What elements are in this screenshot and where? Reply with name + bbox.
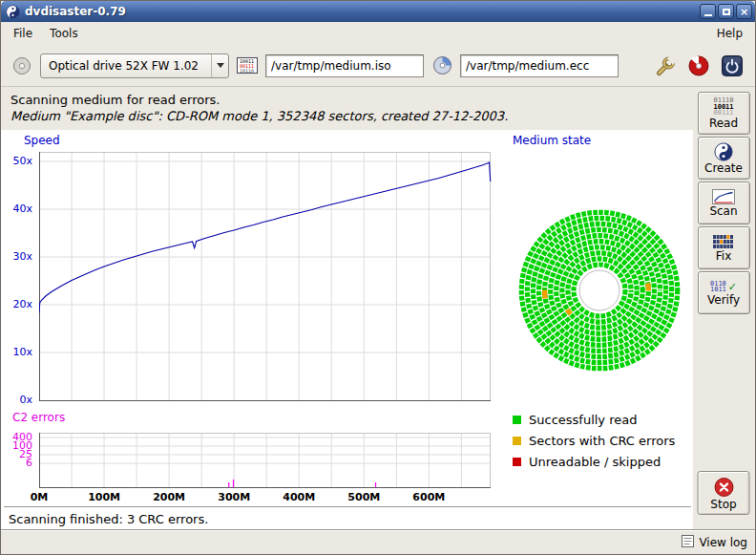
speed-y-tick: 0x (19, 395, 32, 406)
legend-label: Sectors with CRC errors (529, 434, 675, 448)
legend-item: Successfully read (513, 409, 675, 430)
speed-y-tick: 10x (12, 347, 32, 358)
speed-chart (39, 152, 492, 402)
dvdisaster-logo-button[interactable] (685, 53, 712, 79)
legend: Successfully readSectors with CRC errors… (513, 409, 675, 472)
legend-item: Sectors with CRC errors (513, 430, 675, 451)
view-log-label: View log (699, 536, 747, 549)
status-message-area: Scanning medium for read errors. Medium … (1, 87, 694, 130)
fix-icon (713, 235, 734, 249)
ecc-path-input[interactable] (460, 54, 619, 77)
x-tick: 500M (347, 491, 380, 503)
fix-button[interactable]: Fix (698, 226, 750, 269)
maximize-button[interactable] (718, 4, 734, 19)
x-tick: 300M (218, 491, 250, 503)
x-tick: 100M (88, 491, 120, 503)
speed-y-tick: 40x (12, 203, 32, 215)
app-icon (6, 5, 20, 19)
c2-errors-chart (39, 433, 492, 489)
verify-icon: 01101011✓ (710, 281, 737, 293)
fix-label: Fix (716, 250, 731, 262)
legend-swatch (513, 416, 521, 424)
svg-text:10110: 10110 (240, 68, 254, 74)
power-icon (721, 54, 744, 77)
minimize-icon (704, 14, 712, 16)
legend-label: Successfully read (529, 413, 637, 427)
medium-state-disc (515, 206, 683, 374)
statusbar: View log (1, 529, 755, 554)
minimize-button[interactable] (700, 4, 716, 19)
x-tick: 400M (283, 491, 315, 503)
verify-button[interactable]: 01101011✓Verify (698, 271, 750, 314)
scan-icon (712, 189, 735, 204)
c2-y-axis: 400100256 (1, 433, 35, 489)
x-axis: 0M100M200M300M400M500M600M (39, 491, 492, 504)
menu-tools[interactable]: Tools (41, 23, 87, 44)
legend-item: Unreadable / skipped (513, 451, 675, 472)
read-icon: 011101001100111 (713, 97, 733, 117)
c2-chart-title: C2 errors (12, 411, 65, 424)
stop-button[interactable]: Stop (698, 471, 750, 515)
create-icon (714, 142, 733, 161)
speed-y-tick: 50x (12, 156, 32, 167)
iso-file-icon: 10011 00111 10110 (236, 54, 259, 77)
scan-label: Scan (709, 205, 737, 217)
close-button[interactable]: × (736, 4, 752, 19)
x-tick: 0M (31, 491, 49, 503)
toolbar: Optical drive 52X FW 1.02 10011 00111 10… (1, 45, 755, 87)
status-line2: Medium "Example disc": CD-ROM mode 1, 35… (10, 108, 684, 124)
chart-panel: Speed Medium state C2 errors 50x40x30x20… (1, 130, 694, 529)
view-log-button[interactable]: View log (682, 535, 747, 550)
red-disc-icon (687, 54, 710, 77)
read-label: Read (709, 117, 738, 129)
chevron-down-icon (211, 54, 228, 77)
drive-icon (10, 54, 33, 77)
action-sidebar: 011101001100111ReadCreateScanFix01101011… (693, 87, 754, 529)
menu-help[interactable]: Help (708, 23, 751, 44)
create-label: Create (704, 162, 743, 174)
maximize-icon (723, 9, 730, 15)
verify-label: Verify (707, 294, 740, 306)
separator (4, 506, 691, 508)
titlebar[interactable]: dvdisaster-0.79 × (1, 1, 755, 22)
medium-state-title: Medium state (513, 134, 591, 147)
drive-select[interactable]: Optical drive 52X FW 1.02 (40, 53, 229, 78)
c2-y-tick: 6 (26, 458, 32, 469)
quit-button[interactable] (719, 53, 746, 79)
log-icon (682, 535, 694, 550)
window-title: dvdisaster-0.79 (25, 5, 695, 18)
stop-label: Stop (710, 499, 736, 510)
speed-chart-title: Speed (24, 134, 60, 147)
x-tick: 600M (412, 491, 445, 503)
speed-y-tick: 20x (12, 299, 32, 310)
stop-icon (713, 477, 734, 498)
create-button[interactable]: Create (698, 137, 750, 180)
wrench-icon (655, 55, 676, 76)
preferences-button[interactable] (652, 53, 679, 79)
drive-select-value: Optical drive 52X FW 1.02 (49, 59, 211, 73)
iso-path-input[interactable] (265, 54, 424, 77)
speed-y-axis: 50x40x30x20x10x0x (1, 152, 35, 402)
read-button[interactable]: 011101001100111Read (698, 92, 750, 135)
app-window: dvdisaster-0.79 × File Tools Help Optica… (0, 0, 756, 555)
legend-swatch (513, 437, 521, 445)
x-tick: 200M (153, 491, 185, 503)
scan-result-text: Scanning finished: 3 CRC errors. (9, 512, 208, 526)
content-panel: Scanning medium for read errors. Medium … (1, 87, 694, 529)
menubar: File Tools Help (1, 22, 755, 45)
speed-y-tick: 30x (12, 251, 32, 263)
status-line1: Scanning medium for read errors. (10, 92, 684, 108)
legend-label: Unreadable / skipped (529, 455, 661, 469)
ecc-file-icon (430, 54, 453, 77)
legend-swatch (513, 458, 521, 466)
scan-button[interactable]: Scan (698, 181, 750, 224)
menu-file[interactable]: File (5, 23, 41, 44)
